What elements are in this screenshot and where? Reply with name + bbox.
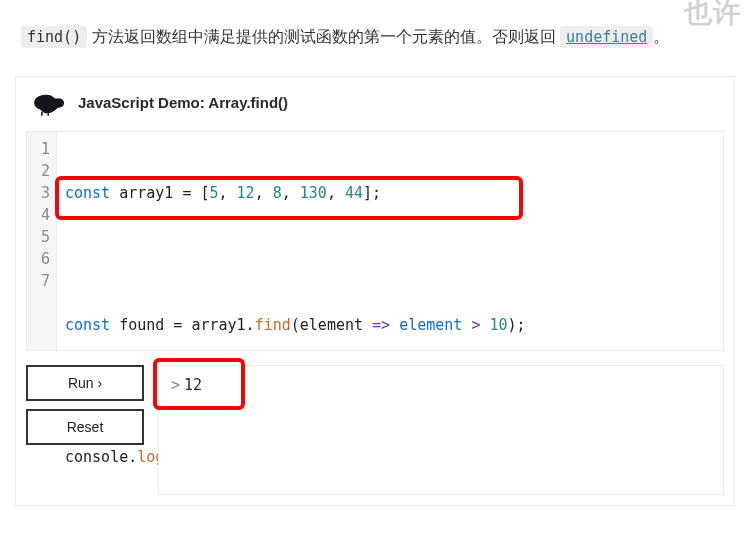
token-function: find: [255, 316, 291, 334]
code-line-3: const found = array1.find(element => ele…: [65, 314, 715, 336]
run-button[interactable]: Run ›: [26, 365, 144, 401]
line-number: 7: [37, 270, 50, 292]
line-number: 5: [37, 226, 50, 248]
token-number: 44: [345, 184, 363, 202]
token-number: 10: [489, 316, 507, 334]
line-number: 6: [37, 248, 50, 270]
token-text: ,: [282, 184, 300, 202]
demo-container: JavaScript Demo: Array.find() 1 2 3 4 5 …: [15, 76, 735, 506]
token-ident: element: [390, 316, 471, 334]
code-line-1: const array1 = [5, 12, 8, 130, 44];: [65, 182, 715, 204]
line-number: 1: [37, 138, 50, 160]
token-text: (element: [291, 316, 372, 334]
token-text: );: [508, 316, 526, 334]
dino-icon: [30, 89, 68, 117]
code-line-6: // expected output: 12: [65, 512, 715, 516]
code-area[interactable]: const array1 = [5, 12, 8, 130, 44]; cons…: [57, 132, 723, 350]
line-gutter: 1 2 3 4 5 6 7: [27, 132, 57, 350]
token-text: array1 = [: [110, 184, 209, 202]
output-value: 12: [184, 376, 202, 394]
token-text: ,: [219, 184, 237, 202]
token-number: 12: [237, 184, 255, 202]
token-text: ,: [327, 184, 345, 202]
token-text: found = array1.: [110, 316, 255, 334]
token-number: 8: [273, 184, 282, 202]
find-code: find(): [21, 26, 87, 48]
line-number: 4: [37, 204, 50, 226]
reset-button[interactable]: Reset: [26, 409, 144, 445]
demo-title: JavaScript Demo: Array.find(): [78, 94, 288, 111]
token-comment: // expected output: 12: [65, 514, 264, 516]
code-editor[interactable]: 1 2 3 4 5 6 7 const array1 = [5, 12, 8, …: [26, 131, 724, 351]
line-number: 2: [37, 160, 50, 182]
output-panel: >12: [158, 365, 724, 495]
intro-paragraph: find() 方法返回数组中满足提供的测试函数的第一个元素的值。否则返回 und…: [21, 24, 729, 50]
output-caret: >: [171, 376, 180, 394]
demo-header: JavaScript Demo: Array.find(): [16, 77, 734, 125]
token-number: 5: [210, 184, 219, 202]
token-keyword: const: [65, 184, 110, 202]
token-number: 130: [300, 184, 327, 202]
token-keyword: const: [65, 316, 110, 334]
undefined-link[interactable]: undefined: [560, 26, 653, 48]
buttons-column: Run › Reset: [26, 365, 144, 445]
controls-row: Run › Reset >12: [26, 365, 724, 495]
line-number: 3: [37, 182, 50, 204]
token-operator: =>: [372, 316, 390, 334]
token-text: ];: [363, 184, 381, 202]
intro-text-after: 。: [653, 28, 669, 45]
token-text: ,: [255, 184, 273, 202]
code-line-2: [65, 248, 715, 270]
intro-text-before: 方法返回数组中满足提供的测试函数的第一个元素的值。否则返回: [87, 28, 560, 45]
